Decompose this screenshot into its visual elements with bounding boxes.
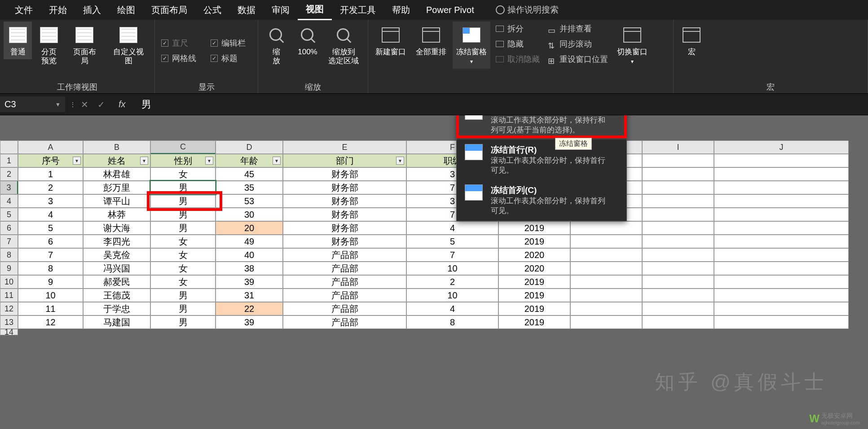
zoom-100-button[interactable]: 100% xyxy=(293,22,322,59)
row-head-7[interactable]: 7 xyxy=(0,235,18,248)
cell-I10[interactable] xyxy=(642,275,714,289)
row-head-13[interactable]: 13 xyxy=(0,315,18,329)
cell-A10[interactable]: 9 xyxy=(18,275,83,289)
cell-C5[interactable]: 男 xyxy=(150,208,216,221)
cell-H12[interactable] xyxy=(570,302,642,315)
cell-D3[interactable]: 35 xyxy=(216,181,283,194)
cell-F12[interactable]: 4 xyxy=(406,302,498,315)
cell-E6[interactable]: 财务部 xyxy=(283,221,406,235)
new-window-button[interactable]: 新建窗口 xyxy=(372,22,410,59)
menu-tab-视图[interactable]: 视图 xyxy=(298,0,332,20)
cell-J9[interactable] xyxy=(714,262,849,275)
row-head-11[interactable]: 11 xyxy=(0,289,18,302)
cell-I2[interactable] xyxy=(642,167,714,181)
cell-A3[interactable]: 2 xyxy=(18,181,83,194)
cell-J3[interactable] xyxy=(714,181,849,194)
cell-I6[interactable] xyxy=(642,221,714,235)
cell-H11[interactable] xyxy=(570,289,642,302)
cell-B10[interactable]: 郝爱民 xyxy=(83,275,150,289)
row-head-6[interactable]: 6 xyxy=(0,221,18,235)
cell-E12[interactable]: 产品部 xyxy=(283,302,406,315)
cell-H6[interactable] xyxy=(570,221,642,235)
chk-gridlines[interactable]: 网格线 xyxy=(161,53,196,64)
cell-C6[interactable]: 男 xyxy=(150,221,216,235)
freeze-option-1[interactable]: 冻结首行(R)滚动工作表其余部分时，保持首行可见。 xyxy=(457,140,626,180)
arrange-all-button[interactable]: 全部重排 xyxy=(412,22,450,59)
cell-C9[interactable]: 女 xyxy=(150,262,216,275)
row-head-4[interactable]: 4 xyxy=(0,194,18,208)
col-head-D[interactable]: D xyxy=(216,140,283,154)
col-head-C[interactable]: C xyxy=(150,140,216,154)
cell-B8[interactable]: 吴克俭 xyxy=(83,248,150,262)
cell-D11[interactable]: 31 xyxy=(216,289,283,302)
menu-tab-开发工具[interactable]: 开发工具 xyxy=(332,0,384,20)
cell-J7[interactable] xyxy=(714,235,849,248)
unhide-button[interactable]: 取消隐藏 xyxy=(496,54,540,65)
cell-I9[interactable] xyxy=(642,262,714,275)
cell-D1[interactable]: 年龄▼ xyxy=(216,154,283,167)
menu-tab-文件[interactable]: 文件 xyxy=(7,0,41,20)
cell-G8[interactable]: 2020 xyxy=(498,248,570,262)
row-head-1[interactable]: 1 xyxy=(0,154,18,167)
cell-B12[interactable]: 于学忠 xyxy=(83,302,150,315)
menu-tab-帮助[interactable]: 帮助 xyxy=(384,0,418,20)
view-pagelayout-button[interactable]: 页面布局 xyxy=(66,22,103,69)
menu-tab-开始[interactable]: 开始 xyxy=(41,0,75,20)
cell-A13[interactable]: 12 xyxy=(18,315,83,329)
cell-D13[interactable]: 39 xyxy=(216,315,283,329)
view-custom-button[interactable]: 自定义视图 xyxy=(106,22,151,69)
menu-tab-审阅[interactable]: 审阅 xyxy=(264,0,298,20)
cell-F8[interactable]: 7 xyxy=(406,248,498,262)
filter-arrow-icon[interactable]: ▼ xyxy=(273,157,281,165)
cell-H9[interactable] xyxy=(570,262,642,275)
cell-I5[interactable] xyxy=(642,208,714,221)
cell-E3[interactable]: 财务部 xyxy=(283,181,406,194)
macros-button[interactable]: 宏 xyxy=(677,22,706,59)
row-head-2[interactable]: 2 xyxy=(0,167,18,181)
cell-C7[interactable]: 女 xyxy=(150,235,216,248)
row-head-3[interactable]: 3 xyxy=(0,181,18,194)
cell-D5[interactable]: 30 xyxy=(216,208,283,221)
cell-E4[interactable]: 财务部 xyxy=(283,194,406,208)
cell-B3[interactable]: 彭万里 xyxy=(83,181,150,194)
cell-H8[interactable] xyxy=(570,248,642,262)
cell-E10[interactable]: 产品部 xyxy=(283,275,406,289)
namebox-resize[interactable]: ⋮ xyxy=(70,101,74,108)
filter-arrow-icon[interactable]: ▼ xyxy=(73,157,81,165)
cell-G10[interactable]: 2019 xyxy=(498,275,570,289)
cell-J11[interactable] xyxy=(714,289,849,302)
reset-pos-button[interactable]: ⊞重设窗口位置 xyxy=(548,54,608,65)
col-head-E[interactable]: E xyxy=(283,140,406,154)
switch-window-button[interactable]: 切换窗口▾ xyxy=(613,22,651,69)
cell-D9[interactable]: 38 xyxy=(216,262,283,275)
chk-headings[interactable]: 标题 xyxy=(211,53,246,64)
cell-F11[interactable]: 10 xyxy=(406,289,498,302)
cell-H13[interactable] xyxy=(570,315,642,329)
cell-I1[interactable] xyxy=(642,154,714,167)
cell-A5[interactable]: 4 xyxy=(18,208,83,221)
cell-H7[interactable] xyxy=(570,235,642,248)
cell-B2[interactable]: 林君雄 xyxy=(83,167,150,181)
cell-J10[interactable] xyxy=(714,275,849,289)
view-normal-button[interactable]: 普通 xyxy=(4,22,32,59)
cell-J4[interactable] xyxy=(714,194,849,208)
cell-G7[interactable]: 2019 xyxy=(498,235,570,248)
cell-A2[interactable]: 1 xyxy=(18,167,83,181)
cell-A7[interactable]: 6 xyxy=(18,235,83,248)
cell-B5[interactable]: 林莽 xyxy=(83,208,150,221)
cell-I12[interactable] xyxy=(642,302,714,315)
cell-D7[interactable]: 49 xyxy=(216,235,283,248)
cell-I3[interactable] xyxy=(642,181,714,194)
cell-E5[interactable]: 财务部 xyxy=(283,208,406,221)
col-head-J[interactable]: J xyxy=(714,140,849,154)
cell-F9[interactable]: 10 xyxy=(406,262,498,275)
cell-F10[interactable]: 2 xyxy=(406,275,498,289)
row-head-12[interactable]: 12 xyxy=(0,302,18,315)
cell-C10[interactable]: 女 xyxy=(150,275,216,289)
row-head-9[interactable]: 9 xyxy=(0,262,18,275)
cell-C13[interactable]: 男 xyxy=(150,315,216,329)
chk-formula-bar[interactable]: 编辑栏 xyxy=(211,38,246,48)
cell-J1[interactable] xyxy=(714,154,849,167)
cell-B13[interactable]: 马建国 xyxy=(83,315,150,329)
cell-G6[interactable]: 2019 xyxy=(498,221,570,235)
